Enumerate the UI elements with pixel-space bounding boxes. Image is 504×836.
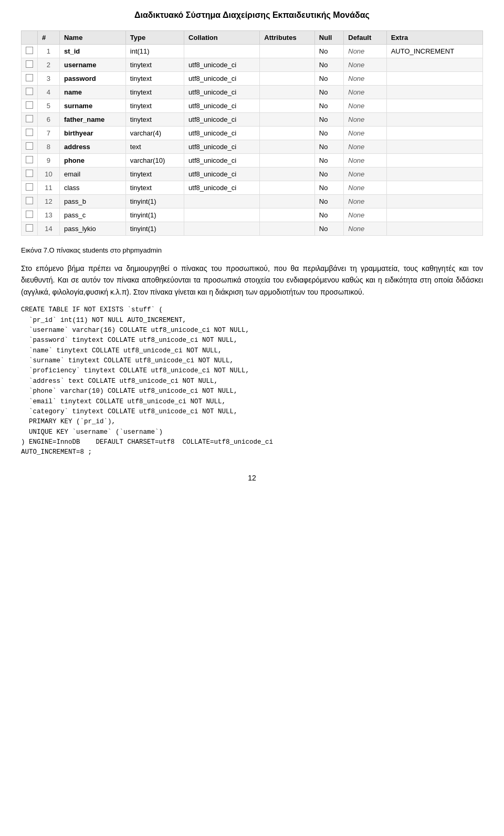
row-extra (386, 195, 482, 208)
row-collation (184, 195, 260, 208)
row-default: None (344, 113, 386, 127)
row-num: 3 (38, 72, 60, 86)
row-attributes (260, 45, 315, 58)
page-title: Διαδικτυακό Σύστημα Διαχείρισης Εκπαιδευ… (21, 11, 483, 20)
row-type: tinytext (125, 86, 184, 99)
row-checkbox[interactable] (26, 115, 33, 122)
table-row: 6father_nametinytextutf8_unicode_ciNoNon… (22, 113, 483, 127)
row-extra (386, 58, 482, 72)
table-row: 11classtinytextutf8_unicode_ciNoNone (22, 181, 483, 195)
table-row: 10emailtinytextutf8_unicode_ciNoNone (22, 168, 483, 181)
row-null: No (314, 127, 343, 140)
row-extra (386, 208, 482, 222)
row-null: No (314, 154, 343, 168)
row-extra (386, 99, 482, 113)
row-attributes (260, 222, 315, 236)
row-num: 4 (38, 86, 60, 99)
row-collation: utf8_unicode_ci (184, 58, 260, 72)
row-null: No (314, 86, 343, 99)
row-field-name: password (59, 72, 125, 86)
row-default: None (344, 140, 386, 154)
row-extra (386, 222, 482, 236)
row-collation: utf8_unicode_ci (184, 181, 260, 195)
row-num: 6 (38, 113, 60, 127)
row-checkbox[interactable] (26, 74, 33, 81)
row-checkbox[interactable] (26, 183, 33, 191)
row-default: None (344, 208, 386, 222)
row-type: varchar(10) (125, 154, 184, 168)
row-default: None (344, 154, 386, 168)
table-row: 9phonevarchar(10)utf8_unicode_ciNoNone (22, 154, 483, 168)
students-table: # Name Type Collation Attributes Null De… (21, 30, 483, 236)
table-row: 3passwordtinytextutf8_unicode_ciNoNone (22, 72, 483, 86)
row-null: No (314, 222, 343, 236)
row-null: No (314, 113, 343, 127)
table-row: 2usernametinytextutf8_unicode_ciNoNone (22, 58, 483, 72)
row-null: No (314, 208, 343, 222)
table-row: 13pass_ctinyint(1)NoNone (22, 208, 483, 222)
row-checkbox[interactable] (26, 129, 33, 136)
row-checkbox[interactable] (26, 170, 33, 177)
row-null: No (314, 181, 343, 195)
row-extra (386, 127, 482, 140)
row-checkbox[interactable] (26, 156, 33, 163)
row-num: 8 (38, 140, 60, 154)
row-default: None (344, 99, 386, 113)
code-block: CREATE TABLE IF NOT EXISTS `stuff` ( `pr… (21, 305, 483, 458)
row-attributes (260, 140, 315, 154)
row-type: tinytext (125, 99, 184, 113)
row-null: No (314, 58, 343, 72)
row-default: None (344, 86, 386, 99)
row-field-name: pass_c (59, 208, 125, 222)
row-attributes (260, 208, 315, 222)
row-checkbox[interactable] (26, 211, 33, 218)
row-field-name: father_name (59, 113, 125, 127)
row-default: None (344, 195, 386, 208)
row-collation: utf8_unicode_ci (184, 168, 260, 181)
row-null: No (314, 140, 343, 154)
table-row: 4nametinytextutf8_unicode_ciNoNone (22, 86, 483, 99)
row-default: None (344, 58, 386, 72)
row-null: No (314, 168, 343, 181)
row-checkbox[interactable] (26, 224, 33, 232)
row-collation (184, 45, 260, 58)
table-row: 1st_idint(11)NoNoneAUTO_INCREMENT (22, 45, 483, 58)
row-default: None (344, 127, 386, 140)
row-num: 1 (38, 45, 60, 58)
table-row: 12pass_btinyint(1)NoNone (22, 195, 483, 208)
row-field-name: name (59, 86, 125, 99)
row-checkbox[interactable] (26, 197, 33, 204)
row-extra (386, 168, 482, 181)
row-collation: utf8_unicode_ci (184, 127, 260, 140)
row-checkbox[interactable] (26, 60, 33, 68)
figure-caption: Εικόνα 7.Ο πίνακας students στο phpmyadm… (21, 246, 483, 254)
row-null: No (314, 72, 343, 86)
row-num: 12 (38, 195, 60, 208)
row-field-name: email (59, 168, 125, 181)
row-extra (386, 140, 482, 154)
row-type: tinyint(1) (125, 208, 184, 222)
row-field-name: surname (59, 99, 125, 113)
row-extra (386, 154, 482, 168)
row-collation: utf8_unicode_ci (184, 154, 260, 168)
row-attributes (260, 58, 315, 72)
row-extra: AUTO_INCREMENT (386, 45, 482, 58)
row-checkbox[interactable] (26, 142, 33, 150)
row-attributes (260, 195, 315, 208)
row-default: None (344, 45, 386, 58)
row-field-name: address (59, 140, 125, 154)
row-checkbox[interactable] (26, 88, 33, 95)
row-default: None (344, 222, 386, 236)
row-checkbox[interactable] (26, 101, 33, 109)
row-attributes (260, 86, 315, 99)
row-field-name: pass_b (59, 195, 125, 208)
row-type: tinyint(1) (125, 222, 184, 236)
row-collation (184, 222, 260, 236)
col-collation: Collation (184, 31, 260, 45)
table-row: 8addresstextutf8_unicode_ciNoNone (22, 140, 483, 154)
row-type: tinytext (125, 181, 184, 195)
row-type: tinytext (125, 168, 184, 181)
row-checkbox[interactable] (26, 47, 33, 54)
table-row: 5surnametinytextutf8_unicode_ciNoNone (22, 99, 483, 113)
row-collation: utf8_unicode_ci (184, 86, 260, 99)
